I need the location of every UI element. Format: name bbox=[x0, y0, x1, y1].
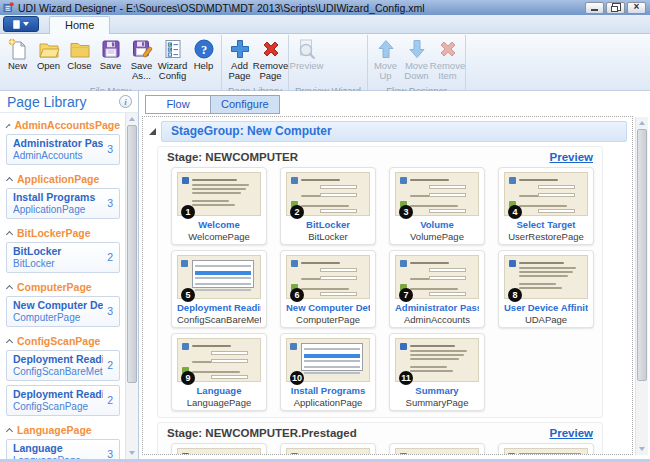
close-folder-button[interactable]: Close bbox=[64, 35, 95, 85]
sidebar-scrollbar-thumb[interactable] bbox=[127, 125, 137, 383]
page-card[interactable]: 3VolumeVolumePage bbox=[389, 167, 485, 245]
page-card-title: Language bbox=[177, 385, 261, 397]
remove-page-button[interactable]: Remove Page bbox=[255, 35, 286, 85]
page-card-title: User Device Affinity bbox=[504, 302, 588, 314]
remove-item-icon bbox=[436, 37, 460, 61]
page-card[interactable]: 6New Computer DetailsComputerPage bbox=[280, 250, 376, 328]
page-library-item[interactable]: New Computer DetailsComputerPage3 bbox=[6, 296, 120, 327]
info-icon[interactable]: i bbox=[119, 95, 132, 108]
ribbon-button-label: Save bbox=[100, 61, 122, 71]
page-number-badge: 6 bbox=[290, 288, 304, 302]
sidebar-group-computerpage[interactable]: ComputerPage bbox=[6, 277, 120, 295]
move-up-icon bbox=[374, 37, 398, 61]
open-folder-button[interactable]: Open bbox=[33, 35, 64, 85]
tab-flow[interactable]: Flow bbox=[145, 95, 211, 114]
tab-configure[interactable]: Configure bbox=[210, 95, 280, 114]
sidebar-group-applicationpage[interactable]: ApplicationPage bbox=[6, 169, 120, 187]
page-card-subtitle: WelcomePage bbox=[177, 231, 261, 242]
scroll-up-icon[interactable] bbox=[126, 113, 138, 125]
page-card[interactable]: 5Deployment ReadinessConfigScanBareMetal bbox=[171, 250, 267, 328]
window-title: UDI Wizard Designer - E:\Sources\OSD\MDT… bbox=[18, 2, 425, 14]
ribbon-tab-home[interactable]: Home bbox=[49, 16, 110, 34]
page-card[interactable]: 11SummarySummaryPage bbox=[389, 333, 485, 411]
page-library-item[interactable]: Deployment ReadinessConfigScanBareMetal2 bbox=[6, 350, 120, 381]
stage-title: Stage: NEWCOMPUTER.Prestaged bbox=[167, 427, 357, 439]
page-number-badge: 7 bbox=[399, 288, 413, 302]
page-library-item[interactable]: Deployment ReadinessConfigScanPage2 bbox=[6, 385, 120, 416]
page-card[interactable]: 8User Device AffinityUDAPage bbox=[498, 250, 594, 328]
page-card[interactable] bbox=[389, 443, 485, 455]
save-as-button[interactable]: Save As... bbox=[126, 35, 157, 85]
new-document-icon bbox=[6, 37, 30, 61]
page-card[interactable]: 1WelcomeWelcomePage bbox=[171, 167, 267, 245]
restore-icon bbox=[611, 6, 618, 12]
sidebar-group-configscanpage[interactable]: ConfigScanPage bbox=[6, 331, 120, 349]
sidebar-group-name: AdminAccountsPage bbox=[14, 119, 120, 131]
page-number-badge: 10 bbox=[290, 371, 304, 385]
preview-link[interactable]: Preview bbox=[550, 151, 593, 163]
stage-pages-grid: 1WelcomeWelcomePage2BitLockerBitLocker3V… bbox=[166, 165, 594, 415]
ribbon-group-flow-designer: Move UpMove DownRemove ItemFlow Designer bbox=[368, 35, 466, 90]
chevron-down-icon bbox=[23, 22, 29, 26]
page-card[interactable] bbox=[171, 443, 267, 455]
svg-text:?: ? bbox=[200, 43, 206, 57]
page-card[interactable]: 4Select TargetUserRestorePage bbox=[498, 167, 594, 245]
add-page-button[interactable]: Add Page bbox=[224, 35, 255, 85]
close-folder-icon bbox=[68, 37, 92, 61]
stagegroup-header[interactable]: StageGroup: New Computer bbox=[161, 121, 627, 142]
application-menu-button[interactable] bbox=[3, 16, 39, 32]
page-card[interactable] bbox=[498, 443, 594, 455]
expander-icon[interactable] bbox=[149, 128, 156, 135]
restore-button[interactable] bbox=[606, 2, 625, 14]
wizard-config-button[interactable]: Wizard Config bbox=[157, 35, 188, 85]
page-card-subtitle: UserRestorePage bbox=[504, 231, 588, 242]
ribbon-button-label: Add Page bbox=[228, 61, 250, 82]
page-card[interactable]: 9LanguageLanguagePage bbox=[171, 333, 267, 411]
page-library-item[interactable]: LanguageLanguagePage3 bbox=[6, 439, 120, 459]
sidebar-group-bitlockerpage[interactable]: BitLockerPage bbox=[6, 223, 120, 241]
title-bar: UDI Wizard Designer - E:\Sources\OSD\MDT… bbox=[0, 0, 650, 15]
page-card[interactable] bbox=[280, 443, 376, 455]
page-library-item[interactable]: Install ProgramsApplicationPage3 bbox=[6, 188, 120, 219]
preview-link[interactable]: Preview bbox=[550, 427, 593, 439]
save-button[interactable]: Save bbox=[95, 35, 126, 85]
remove-item-button: Remove Item bbox=[432, 35, 463, 85]
stage-section-newcomputer: Stage: NEWCOMPUTER Preview 1WelcomeWelco… bbox=[157, 146, 603, 418]
sidebar-scrollbar[interactable] bbox=[125, 113, 138, 459]
ribbon-button-label: Preview bbox=[290, 61, 324, 71]
page-card[interactable]: 2BitLockerBitLocker bbox=[280, 167, 376, 245]
help-button[interactable]: ?Help bbox=[188, 35, 219, 85]
designer-main: Flow Configure StageGroup: New Computer … bbox=[139, 91, 650, 459]
page-library-sidebar: Page Library i AdminAccountsPageAdminist… bbox=[0, 91, 139, 459]
close-icon: × bbox=[634, 2, 640, 12]
page-card-title: New Computer Details bbox=[286, 302, 370, 314]
page-item-subtitle: ConfigScanBareMetal bbox=[13, 366, 103, 377]
page-item-count: 3 bbox=[103, 143, 113, 155]
page-library-item[interactable]: Administrator PasswordAdminAccounts3 bbox=[6, 134, 120, 165]
app-icon bbox=[3, 2, 14, 13]
new-document-button[interactable]: New bbox=[2, 35, 33, 85]
page-card-subtitle: LanguagePage bbox=[177, 397, 261, 408]
page-item-count: 3 bbox=[103, 197, 113, 209]
close-button[interactable]: × bbox=[627, 2, 646, 14]
page-library-item[interactable]: BitLockerBitLocker2 bbox=[6, 242, 120, 273]
minimize-icon bbox=[591, 9, 598, 11]
page-card[interactable]: 10Install ProgramsApplicationPage bbox=[280, 333, 376, 411]
scroll-up-icon[interactable] bbox=[636, 117, 648, 129]
scroll-down-icon[interactable] bbox=[636, 443, 648, 455]
page-thumbnail bbox=[286, 448, 370, 455]
view-tabs: Flow Configure bbox=[139, 91, 650, 114]
page-card[interactable]: 7Administrator Passw...AdminAccounts bbox=[389, 250, 485, 328]
sidebar-group-adminaccountspage[interactable]: AdminAccountsPage bbox=[6, 115, 120, 133]
main-scrollbar-thumb[interactable] bbox=[637, 129, 647, 381]
page-item-count: 3 bbox=[103, 305, 113, 317]
page-card-subtitle: BitLocker bbox=[286, 231, 370, 242]
main-scrollbar[interactable] bbox=[635, 117, 648, 455]
ribbon-group-page-library: Add PageRemove PagePage Library bbox=[222, 35, 289, 90]
minimize-button[interactable] bbox=[585, 2, 604, 14]
stage-title: Stage: NEWCOMPUTER bbox=[167, 151, 298, 163]
save-as-icon bbox=[130, 37, 154, 61]
scroll-down-icon[interactable] bbox=[126, 447, 138, 459]
sidebar-group-languagepage[interactable]: LanguagePage bbox=[6, 420, 120, 438]
ribbon-button-label: Wizard Config bbox=[158, 61, 188, 82]
